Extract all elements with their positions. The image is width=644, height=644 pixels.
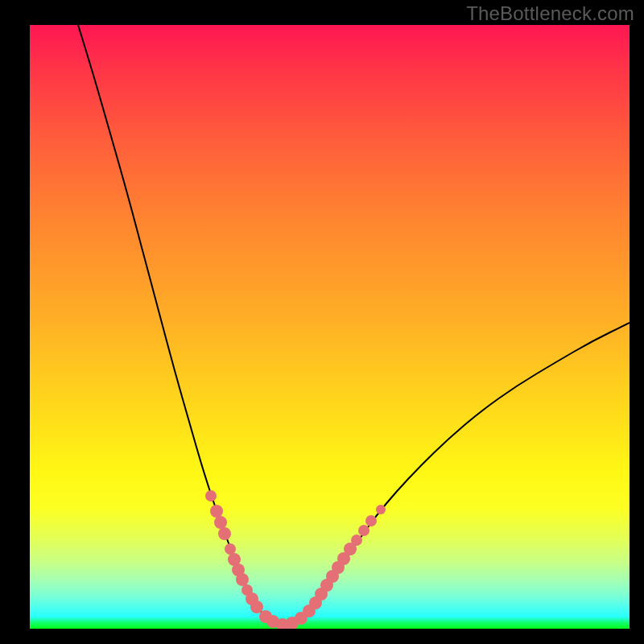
- data-bead: [210, 505, 223, 518]
- data-bead: [250, 601, 263, 613]
- data-bead: [351, 535, 362, 546]
- chart-frame: TheBottleneck.com: [0, 0, 644, 644]
- data-bead: [236, 573, 249, 586]
- data-bead: [376, 505, 386, 514]
- curve-svg: [30, 25, 630, 629]
- data-beads: [205, 490, 386, 629]
- watermark-text: TheBottleneck.com: [466, 2, 634, 25]
- plot-area: [30, 25, 630, 629]
- data-bead: [214, 516, 227, 529]
- bottleneck-curve: [78, 25, 630, 624]
- data-bead: [365, 515, 377, 526]
- data-bead: [225, 543, 236, 555]
- data-bead: [358, 525, 369, 536]
- data-bead: [218, 527, 231, 540]
- data-bead: [205, 490, 217, 502]
